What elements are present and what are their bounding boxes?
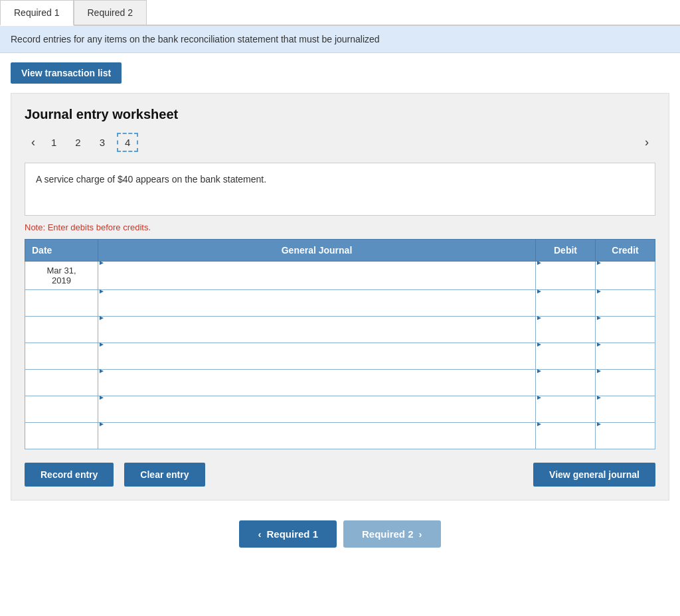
- credit-input-4[interactable]: [596, 348, 655, 374]
- debit-input-6[interactable]: [536, 402, 595, 427]
- credit-input-5[interactable]: [596, 375, 655, 401]
- worksheet-title: Journal entry worksheet: [25, 107, 655, 122]
- next-required-button[interactable]: Required 2 ›: [343, 520, 441, 548]
- page-1[interactable]: 1: [44, 134, 63, 151]
- row-arrow-2: ►: [98, 287, 105, 295]
- debit-arrow-5: ►: [536, 367, 543, 374]
- credit-arrow-2: ►: [596, 287, 602, 295]
- credit-arrow-3: ►: [596, 314, 602, 321]
- view-transaction-button[interactable]: View transaction list: [11, 62, 122, 84]
- tabs-container: Required 1 Required 2: [0, 0, 680, 26]
- date-cell-5: [25, 370, 98, 396]
- next-page-arrow[interactable]: ›: [638, 133, 655, 152]
- col-header-date: Date: [25, 240, 98, 262]
- note-text: Note: Enter debits before credits.: [25, 222, 655, 232]
- general-journal-input-7[interactable]: [98, 428, 535, 454]
- credit-arrow-1: ►: [596, 259, 602, 266]
- row-arrow-1: ►: [98, 259, 105, 266]
- journal-table: Date General Journal Debit Credit Mar 31…: [25, 239, 655, 449]
- debit-input-1[interactable]: [536, 267, 595, 295]
- general-journal-cell-1[interactable]: ►: [98, 262, 536, 290]
- info-banner: Record entries for any items on the bank…: [0, 26, 680, 53]
- credit-input-2[interactable]: [596, 295, 655, 321]
- debit-input-4[interactable]: [536, 348, 595, 374]
- tab-required1[interactable]: Required 1: [0, 0, 74, 26]
- debit-arrow-4: ►: [536, 341, 543, 348]
- next-arrow-icon: ›: [419, 528, 422, 540]
- debit-arrow-3: ►: [536, 314, 543, 321]
- record-entry-button[interactable]: Record entry: [25, 463, 114, 487]
- clear-entry-button[interactable]: Clear entry: [124, 463, 205, 487]
- general-journal-input-2[interactable]: [98, 295, 535, 321]
- description-box: A service charge of $40 appears on the b…: [25, 163, 655, 216]
- date-cell-3: [25, 317, 98, 343]
- prev-arrow-icon: ‹: [258, 528, 261, 540]
- col-header-general-journal: General Journal: [98, 240, 536, 262]
- debit-arrow-7: ►: [536, 420, 543, 427]
- prev-required-button[interactable]: ‹ Required 1: [239, 520, 337, 548]
- date-cell-4: [25, 343, 98, 370]
- date-cell-2: [25, 290, 98, 317]
- date-cell-6: [25, 396, 98, 423]
- debit-cell-1[interactable]: ►: [536, 262, 596, 290]
- row-arrow-3: ►: [98, 314, 105, 321]
- row-arrow-7: ►: [98, 420, 105, 427]
- general-journal-input-5[interactable]: [98, 375, 535, 401]
- debit-arrow-2: ►: [536, 287, 543, 295]
- page-2[interactable]: 2: [68, 134, 87, 151]
- page-4[interactable]: 4: [117, 133, 138, 152]
- page-3[interactable]: 3: [93, 134, 112, 151]
- row-arrow-5: ►: [98, 367, 105, 374]
- debit-arrow-1: ►: [536, 259, 543, 266]
- general-journal-input-3[interactable]: [98, 322, 535, 348]
- credit-cell-1[interactable]: ►: [596, 262, 655, 290]
- row-arrow-4: ►: [98, 341, 105, 348]
- credit-input-3[interactable]: [596, 322, 655, 348]
- action-buttons-row: Record entry Clear entry View general jo…: [25, 463, 655, 487]
- credit-arrow-5: ►: [596, 367, 602, 374]
- date-cell-7: [25, 423, 98, 449]
- credit-input-6[interactable]: [596, 402, 655, 427]
- debit-arrow-6: ►: [536, 394, 543, 401]
- view-general-journal-button[interactable]: View general journal: [533, 463, 655, 487]
- debit-input-7[interactable]: [536, 428, 595, 454]
- pagination: ‹ 1 2 3 4 ›: [25, 133, 655, 152]
- general-journal-input-4[interactable]: [98, 348, 535, 374]
- debit-input-2[interactable]: [536, 295, 595, 321]
- credit-input-7[interactable]: [596, 428, 655, 454]
- journal-worksheet: Journal entry worksheet ‹ 1 2 3 4 › A se…: [11, 93, 669, 501]
- general-journal-input-6[interactable]: [98, 402, 535, 427]
- debit-input-3[interactable]: [536, 322, 595, 348]
- view-transaction-area: View transaction list: [0, 53, 680, 93]
- credit-arrow-4: ►: [596, 341, 602, 348]
- credit-arrow-7: ►: [596, 420, 602, 427]
- tab-required2[interactable]: Required 2: [74, 0, 147, 25]
- row-arrow-6: ►: [98, 394, 105, 401]
- debit-input-5[interactable]: [536, 375, 595, 401]
- table-row: Mar 31,2019 ► ► ►: [25, 262, 655, 290]
- date-cell-1: Mar 31,2019: [25, 262, 98, 290]
- col-header-debit: Debit: [536, 240, 596, 262]
- credit-input-1[interactable]: [596, 267, 655, 295]
- credit-arrow-6: ►: [596, 394, 602, 401]
- col-header-credit: Credit: [596, 240, 655, 262]
- bottom-navigation: ‹ Required 1 Required 2 ›: [0, 520, 680, 548]
- prev-page-arrow[interactable]: ‹: [25, 133, 42, 152]
- general-journal-input-1[interactable]: [98, 267, 535, 295]
